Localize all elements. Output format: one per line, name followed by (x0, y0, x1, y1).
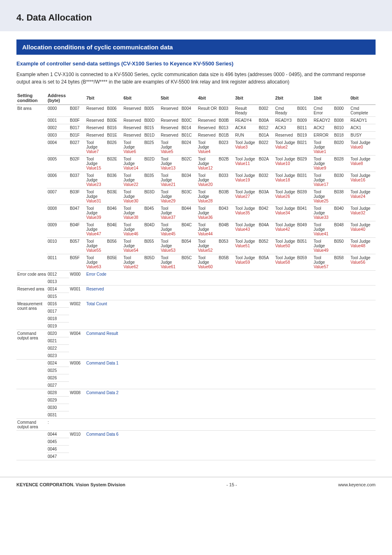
bit-code: B028 (333, 156, 350, 172)
bit-value: Value26 (275, 194, 296, 199)
w-code: W000 (69, 271, 85, 286)
address-cell: 0015 (47, 293, 69, 300)
bit-label: Result OR (198, 106, 217, 111)
bit-code: B056 (106, 238, 123, 254)
table-header-row: Setting condition Address (byte) 7bit 6b… (16, 91, 376, 105)
bit-value-cell: READY3 (274, 117, 297, 124)
bit-label: Reserved (161, 125, 180, 130)
bit-label: Reserved (161, 118, 180, 123)
bit-code: B01E (106, 132, 123, 139)
bit-code: B00C (181, 117, 197, 124)
bit-label: Tool Judge (161, 190, 180, 199)
bit-code: B051 (296, 238, 313, 254)
bit-code: B03A (258, 188, 274, 205)
bit-code: B04C (181, 221, 197, 238)
setting-condition (16, 360, 47, 389)
bit-value-cell: Reserved (160, 132, 181, 139)
bit-code: B01B (218, 132, 234, 139)
bit-value-cell: Tool JudgeValue37 (160, 205, 181, 221)
bit-label: Tool Judge (198, 239, 217, 248)
bit-value-cell: Tool JudgeValue10 (274, 156, 297, 172)
bit-value: Value17 (314, 182, 332, 187)
bit-value-cell: Reserved (123, 105, 144, 117)
bit-value-cell: Tool JudgeValue0 (350, 139, 376, 156)
bit-label: Tool Judge (275, 140, 296, 145)
bit-value-cell: Tool JudgeValue27 (234, 188, 258, 205)
bit-code: B00B (218, 117, 234, 124)
bit-label: Tool Judge (350, 173, 375, 178)
bit-value-cell: Reserved (160, 124, 181, 132)
bit-code: B015 (143, 124, 160, 132)
bit-value-cell: Tool JudgeValue58 (274, 254, 297, 271)
address-cell: 0028 (47, 389, 69, 397)
bit-label: Tool Judge (124, 140, 143, 149)
bit-value-cell: Reserved (160, 117, 181, 124)
bit-code: B03E (106, 188, 123, 205)
bit-label: READY4 (235, 118, 257, 123)
bit-code: B019 (296, 132, 313, 139)
bit-row: Bit area0000B007ReservedB006ReservedB005… (16, 105, 376, 117)
address-cell: 0029 (47, 397, 69, 404)
bit-value-cell: Tool JudgeValue7 (85, 139, 106, 156)
bit-value-cell: Tool JudgeValue38 (123, 205, 144, 221)
bit-code: B048 (333, 221, 350, 238)
bit-value-cell: Tool JudgeValue6 (123, 139, 144, 156)
bit-value: Value16 (350, 178, 375, 182)
bit-value-cell: Reserved (123, 117, 144, 124)
bit-label: Tool Judge (350, 223, 375, 227)
address-cell: 0021 (47, 337, 69, 345)
bit-value: Value57 (314, 265, 332, 269)
bit-code: B016 (106, 124, 123, 132)
bit-label: Tool Judge (124, 157, 143, 166)
bit-value-cell: Reserved (274, 132, 297, 139)
bit-value: Value48 (350, 244, 375, 248)
bit-code: B044 (181, 205, 197, 221)
address-cell: 0003 (47, 132, 69, 139)
bit-label: Cmd Error (314, 106, 332, 115)
bit-value-cell: Tool JudgeValue16 (350, 172, 376, 188)
bit-label: Reserved (86, 125, 106, 130)
bit-value: Value37 (161, 215, 180, 220)
bit-value-cell: Tool JudgeValue55 (85, 238, 106, 254)
bit-label: Tool Judge (161, 173, 180, 182)
bit-label: Cmd Ready (275, 106, 296, 115)
bit-value: Value2 (275, 145, 296, 149)
bit-value-cell: Tool JudgeValue21 (160, 172, 181, 188)
bit-code: B00A (258, 117, 274, 124)
bit-label: Reserved (198, 125, 217, 130)
bit-label: Tool Judge (275, 157, 296, 161)
bit-code: B004 (181, 105, 197, 117)
bit-value: Value1 (314, 149, 332, 154)
w-code: W004 (69, 330, 85, 360)
bit-code: B013 (218, 124, 234, 132)
bit-code: B02A (258, 156, 274, 172)
bit-label: Tool Judge (198, 223, 217, 232)
group-row: Measurement count area0016W002Total Coun… (16, 300, 376, 308)
bit-value: Value63 (86, 265, 106, 269)
bit-value-cell: Tool JudgeValue2 (274, 139, 297, 156)
bit-value: Value21 (161, 182, 180, 187)
bit-value-cell: Tool JudgeValue39 (85, 205, 106, 221)
bit-value: Value18 (275, 178, 296, 182)
bit-code: B045 (143, 205, 160, 221)
bit-label: Tool Judge (124, 255, 143, 265)
bit-value-cell: Tool JudgeValue11 (234, 156, 258, 172)
bit-label: Reserved (86, 118, 106, 123)
bit-label: Tool Judge (161, 239, 180, 248)
bit-label: Tool Judge (235, 190, 257, 194)
bit-value-cell: Tool JudgeValue12 (197, 156, 218, 172)
bit-label: Tool Judge (161, 157, 180, 166)
bit-code: B035 (143, 172, 160, 188)
bit-code: B01F (69, 132, 85, 139)
bit-value: Value7 (86, 149, 106, 154)
bit-code: B05D (143, 254, 160, 271)
bit-value-cell: Tool JudgeValue14 (123, 156, 144, 172)
bit-value: Value55 (86, 248, 106, 253)
address-cell: 0025 (47, 367, 69, 374)
address-cell: 0023 (47, 352, 69, 360)
bit-value-cell: Tool JudgeValue47 (85, 221, 106, 238)
bit-code: B04B (218, 221, 234, 238)
bit-value: Value33 (314, 215, 332, 220)
bit-value-cell: Tool JudgeValue36 (197, 205, 218, 221)
bit-code: B02E (106, 156, 123, 172)
